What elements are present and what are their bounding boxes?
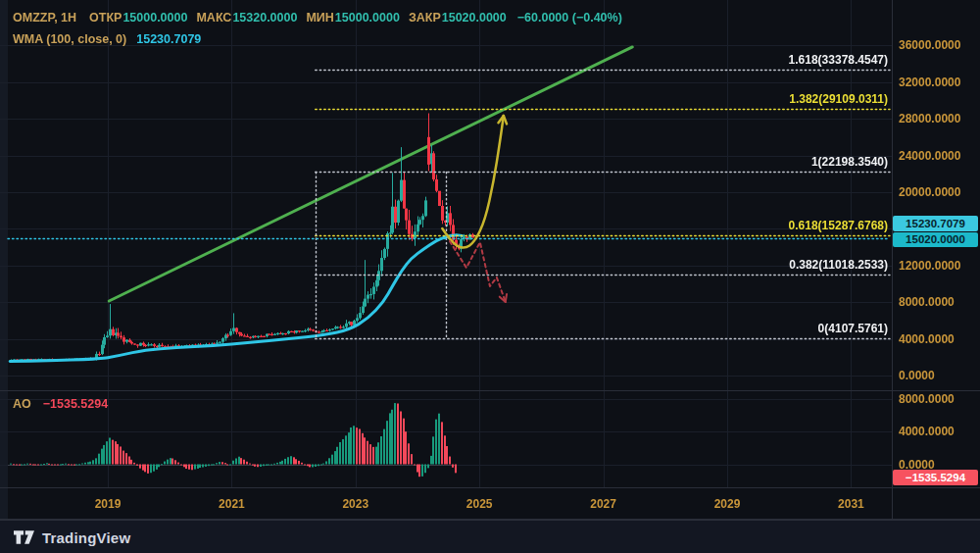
wma-indicator-title[interactable]: WMA (100, close, 0) [13, 32, 126, 46]
tradingview-logo-icon[interactable] [14, 530, 34, 544]
time-tick-label: 2029 [714, 497, 741, 511]
fib-level-label[interactable]: 1(22198.3540) [811, 155, 888, 169]
fib-level-label[interactable]: 0.382(11018.2533) [789, 258, 888, 272]
price-change: −60.0000 (−0.40%) [517, 11, 622, 25]
ao-tick-label: 4000.0000 [899, 425, 955, 438]
last-price-badge: 15020.0000 [893, 232, 978, 247]
price-tick-label: 0.0000 [899, 369, 935, 382]
ohlc-close: ЗАКР15020.0000 [409, 11, 507, 25]
time-tick-label: 2027 [590, 497, 616, 511]
wma-value: 15230.7079 [136, 32, 201, 46]
time-tick-label: 2021 [219, 497, 245, 511]
ao-tick-label: 8000.0000 [899, 392, 955, 406]
symbol-title[interactable]: OMZZP, 1H [13, 11, 76, 25]
wma-legend: WMA (100, close, 0) 15230.7079 [13, 32, 201, 46]
price-tick-label: 36000.0000 [899, 38, 960, 52]
price-tick-label: 4000.0000 [899, 332, 955, 346]
ao-value: −1535.5294 [43, 397, 108, 411]
price-tick-label: 28000.0000 [899, 112, 960, 126]
price-tick-label: 24000.0000 [899, 149, 960, 163]
time-tick-label: 2031 [838, 497, 864, 511]
time-tick-label: 2025 [466, 497, 493, 511]
price-tick-label: 32000.0000 [899, 75, 960, 89]
price-tick-label: 8000.0000 [899, 295, 955, 309]
ao-indicator-title[interactable]: AO [13, 397, 31, 411]
ao-value-badge: −1535.5294 [893, 470, 978, 485]
symbol-legend: OMZZP, 1H ОТКР15000.0000 МАКС15320.0000 … [13, 11, 622, 25]
ohlc-low: МИН15000.0000 [306, 11, 399, 25]
fib-level-label[interactable]: 1.618(33378.4547) [789, 53, 888, 67]
ohlc-open: ОТКР15000.0000 [89, 11, 187, 25]
footer-bar: TradingView [0, 520, 980, 553]
brand-name[interactable]: TradingView [42, 529, 130, 546]
ao-legend: AO −1535.5294 [13, 397, 108, 411]
price-tick-label: 12000.0000 [899, 259, 960, 273]
time-tick-label: 2023 [342, 497, 368, 511]
fib-level-label[interactable]: 0(4107.5761) [818, 322, 888, 335]
price-tick-label: 20000.0000 [899, 185, 960, 199]
fib-level-label[interactable]: 0.618(15287.6768) [789, 219, 888, 232]
fib-level-label[interactable]: 1.382(29109.0311) [789, 92, 888, 106]
wma-price-badge: 15230.7079 [893, 216, 978, 231]
time-tick-label: 2019 [95, 497, 122, 511]
tradingview-chart-window: OMZZP, 1H ОТКР15000.0000 МАКС15320.0000 … [0, 0, 980, 553]
ohlc-high: МАКС15320.0000 [196, 11, 297, 25]
